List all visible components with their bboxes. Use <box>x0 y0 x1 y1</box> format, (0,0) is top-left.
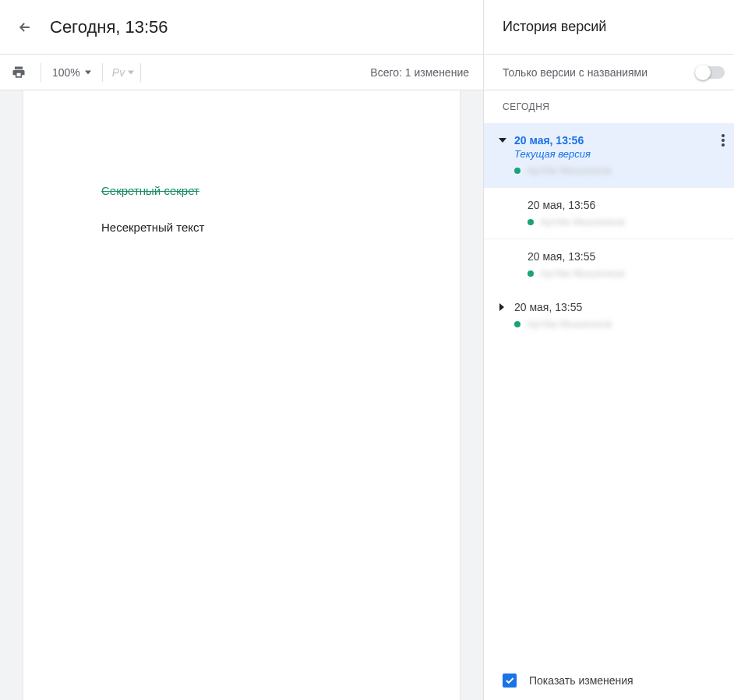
zoom-value: 100% <box>52 66 80 79</box>
section-label-today: СЕГОДНЯ <box>484 90 734 123</box>
named-versions-toggle[interactable] <box>697 66 725 79</box>
show-changes-label: Показать изменения <box>529 674 633 687</box>
check-icon <box>504 675 515 686</box>
doc-plain-text: Несекретный текст <box>101 221 382 234</box>
expand-caret[interactable] <box>499 137 514 143</box>
version-timestamp: 20 мая, 13:56 <box>528 199 725 211</box>
document-scroll[interactable]: Секретный секрет Несекретный текст <box>0 90 483 700</box>
version-sub-item[interactable]: 20 мая, 13:56 Артём Мышенков <box>484 187 734 239</box>
svg-point-2 <box>722 143 725 147</box>
editor-color-dot <box>514 168 521 174</box>
changes-count[interactable]: Всего: 1 изменение <box>370 66 469 79</box>
doc-removed-text: Секретный секрет <box>101 184 382 197</box>
version-sub-item[interactable]: 20 мая, 13:55 Артём Мышенков <box>484 239 734 290</box>
version-timestamp: 20 мая, 13:55 <box>514 301 582 313</box>
zoom-dropdown[interactable]: 100% <box>48 63 96 82</box>
version-timestamp: 20 мая, 13:55 <box>528 250 725 263</box>
editor-color-dot <box>514 321 521 327</box>
version-timestamp: 20 мая, 13:56 <box>514 134 584 147</box>
document-page: Секретный секрет Несекретный текст <box>23 90 460 700</box>
version-editor: Артём Мышенков <box>527 318 612 330</box>
toggle-knob <box>695 65 711 80</box>
back-button[interactable] <box>16 18 34 37</box>
version-editor: Артём Мышенков <box>540 216 625 228</box>
expand-caret[interactable] <box>499 303 514 311</box>
panel-title: История версий <box>503 19 606 35</box>
caret-down-icon <box>499 137 506 143</box>
print-icon <box>11 65 26 80</box>
editor-color-dot <box>528 270 534 277</box>
version-editor: Артём Мышенков <box>540 267 625 279</box>
version-item[interactable]: 20 мая, 13:55 Артём Мышенков <box>484 290 734 341</box>
version-editor: Артём Мышенков <box>527 164 612 176</box>
svg-point-1 <box>722 139 725 142</box>
toolbar-separator <box>102 63 103 82</box>
named-versions-label: Только версии с названиями <box>503 66 697 79</box>
toolbar-separator <box>41 63 41 82</box>
more-vert-icon <box>722 134 725 147</box>
show-changes-checkbox[interactable] <box>503 673 517 688</box>
preview-label: Pv <box>112 66 125 79</box>
svg-point-0 <box>722 134 725 137</box>
arrow-left-icon <box>17 19 33 35</box>
chevron-down-icon <box>85 70 91 75</box>
toolbar-separator <box>140 63 141 82</box>
chevron-down-icon <box>128 70 134 75</box>
version-list: СЕГОДНЯ 20 мая, 13:56 Текущая версия Арт… <box>484 90 734 661</box>
page-title: Сегодня, 13:56 <box>50 17 168 37</box>
editor-color-dot <box>528 219 534 225</box>
version-item[interactable]: 20 мая, 13:56 Текущая версия Артём Мышен… <box>484 123 734 187</box>
caret-right-icon <box>499 303 505 311</box>
version-more-button[interactable] <box>722 134 725 147</box>
preview-mode-dropdown[interactable]: Pv <box>112 66 134 79</box>
print-button[interactable] <box>11 65 26 80</box>
version-current-label: Текущая версия <box>514 148 725 160</box>
